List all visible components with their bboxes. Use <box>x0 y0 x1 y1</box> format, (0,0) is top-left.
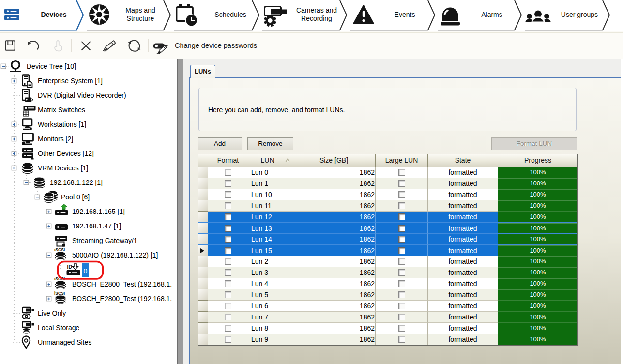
svg-text:iSCSI: iSCSI <box>54 291 65 296</box>
svg-text:192.168.1.47 [1]: 192.168.1.47 [1] <box>72 222 121 230</box>
svg-text:Streaming Gateway/1: Streaming Gateway/1 <box>72 237 137 244</box>
svg-text:192.168.1.165 [1]: 192.168.1.165 [1] <box>72 208 125 215</box>
svg-text:Live Only: Live Only <box>38 309 66 317</box>
svg-text:192.168.1.122 [1]: 192.168.1.122 [1] <box>50 179 103 186</box>
svg-text:BOSCH_E2800_Test (192.168.1.: BOSCH_E2800_Test (192.168.1. <box>72 280 172 288</box>
svg-text:ID: ID <box>67 264 73 270</box>
svg-text:Other Devices [12]: Other Devices [12] <box>38 150 94 157</box>
svg-text:Pool 0 [6]: Pool 0 [6] <box>61 193 90 201</box>
svg-text:Monitors [2]: Monitors [2] <box>38 135 73 143</box>
svg-text:Workstations [1]: Workstations [1] <box>38 121 86 128</box>
svg-text:5000AIO (192.168.1.122) [1]: 5000AIO (192.168.1.122) [1] <box>72 251 158 259</box>
svg-text:Local Storage: Local Storage <box>38 324 80 332</box>
svg-text:VRM Devices [1]: VRM Devices [1] <box>38 164 88 172</box>
svg-text:Device Tree [10]: Device Tree [10] <box>27 62 76 70</box>
svg-text:Enterprise System [1]: Enterprise System [1] <box>38 77 103 85</box>
svg-text:Unmanaged Sites: Unmanaged Sites <box>38 338 91 346</box>
svg-text:DVR (Digital Video Recorder): DVR (Digital Video Recorder) <box>38 91 126 99</box>
svg-text:BOSCH_E2800_Test (192.168.1.: BOSCH_E2800_Test (192.168.1. <box>72 295 172 303</box>
svg-text:Matrix Switches: Matrix Switches <box>38 106 85 114</box>
svg-text:iSCSI: iSCSI <box>54 247 65 252</box>
svg-text:0: 0 <box>84 267 88 275</box>
